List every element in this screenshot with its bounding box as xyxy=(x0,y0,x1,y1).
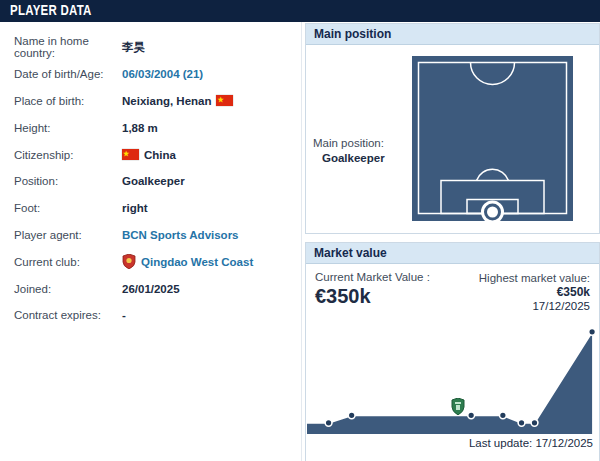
value-link[interactable]: Qingdao West Coast xyxy=(141,256,253,268)
current-market-value-block: Current Market Value : €350k xyxy=(315,271,430,313)
last-update-date: 17/12/2025 xyxy=(535,437,593,449)
main-position-body: Main position: Goalkeeper xyxy=(306,45,599,233)
field-label: Joined: xyxy=(14,283,122,295)
highest-market-value-date: 17/12/2025 xyxy=(479,299,590,313)
chart-data-point[interactable] xyxy=(589,328,595,335)
player-data-panel: Name in home country:李昊Date of birth/Age… xyxy=(0,22,302,461)
right-column: Main position Main position: Goalkeeper xyxy=(305,23,600,461)
value-text: Goalkeeper xyxy=(122,175,185,187)
value-link[interactable]: BCN Sports Advisors xyxy=(122,229,239,241)
field-value: Neixiang, Henan xyxy=(122,95,233,107)
china-flag-icon xyxy=(216,95,233,106)
main-position-header: Main position xyxy=(306,24,599,45)
highest-market-value-label: Highest market value: xyxy=(479,271,590,285)
chart-data-point[interactable] xyxy=(468,412,475,419)
player-data-row: Name in home country:李昊 xyxy=(0,34,301,61)
field-label: Date of birth/Age: xyxy=(14,68,122,80)
highest-market-value: €350k xyxy=(479,285,590,299)
pitch-graphic xyxy=(412,56,573,221)
value-text: right xyxy=(122,202,148,214)
field-label: Contract expires: xyxy=(14,309,122,321)
field-label: Citizenship: xyxy=(14,149,122,161)
current-market-value-label: Current Market Value : xyxy=(315,271,430,283)
field-label: Position: xyxy=(14,175,122,187)
player-data-row: Current club:Qingdao West Coast xyxy=(0,248,301,275)
field-value: 06/03/2004 (21) xyxy=(122,68,203,80)
player-data-row: Place of birth:Neixiang, Henan xyxy=(0,88,301,115)
player-data-row: Foot:right xyxy=(0,195,301,222)
topbar: PLAYER DATA xyxy=(0,0,600,22)
chart-data-point[interactable] xyxy=(531,419,538,426)
goalkeeper-position-marker xyxy=(483,202,503,221)
field-label: Place of birth: xyxy=(14,95,122,107)
field-label: Foot: xyxy=(14,202,122,214)
field-value: right xyxy=(122,202,148,214)
player-data-row: Joined:26/01/2025 xyxy=(0,275,301,302)
field-value: - xyxy=(122,309,126,321)
value-text: - xyxy=(122,309,126,321)
market-value-box: Market value Current Market Value : €350… xyxy=(305,242,600,461)
field-value: 李昊 xyxy=(122,40,145,55)
main-position-box: Main position Main position: Goalkeeper xyxy=(305,23,600,234)
player-data-row: Player agent:BCN Sports Advisors xyxy=(0,222,301,249)
player-rows: Name in home country:李昊Date of birth/Age… xyxy=(0,34,301,329)
value-text: Neixiang, Henan xyxy=(122,95,211,107)
club-crest-icon xyxy=(122,254,136,269)
chart-data-point[interactable] xyxy=(325,419,332,426)
field-label: Player agent: xyxy=(14,229,122,241)
chart-data-point[interactable] xyxy=(499,412,506,419)
main-position-label: Main position: xyxy=(313,137,385,149)
chart-data-point[interactable] xyxy=(348,412,355,419)
field-value: 26/01/2025 xyxy=(122,283,180,295)
main-position-value: Goalkeeper xyxy=(322,152,385,164)
market-value-header: Market value xyxy=(306,243,599,264)
market-value-chart[interactable] xyxy=(307,322,595,434)
field-value: China xyxy=(122,149,176,161)
main-position-label-block: Main position: Goalkeeper xyxy=(313,137,385,164)
field-label: Current club: xyxy=(14,256,122,268)
field-value: Goalkeeper xyxy=(122,175,185,187)
value-link[interactable]: 06/03/2004 (21) xyxy=(122,68,203,80)
market-value-summary: Current Market Value : €350k Highest mar… xyxy=(306,264,599,313)
player-data-row: Date of birth/Age:06/03/2004 (21) xyxy=(0,61,301,88)
player-data-row: Position:Goalkeeper xyxy=(0,168,301,195)
value-text: 26/01/2025 xyxy=(122,283,180,295)
player-data-row: Height:1,88 m xyxy=(0,114,301,141)
current-market-value: €350k xyxy=(315,285,430,308)
last-update-label: Last update: xyxy=(469,437,532,449)
china-flag-icon xyxy=(122,149,139,160)
field-value: BCN Sports Advisors xyxy=(122,229,239,241)
player-data-row: Contract expires:- xyxy=(0,302,301,329)
page-title: PLAYER DATA xyxy=(10,0,92,23)
field-label: Name in home country: xyxy=(14,35,122,59)
chart-data-point[interactable] xyxy=(518,419,525,426)
last-update: Last update: 17/12/2025 xyxy=(306,437,599,449)
market-value-chart-wrap xyxy=(307,322,595,434)
field-label: Height: xyxy=(14,122,122,134)
value-text: 1,88 m xyxy=(122,122,158,134)
highest-market-value-block: Highest market value: €350k 17/12/2025 xyxy=(479,271,590,313)
pitch-svg xyxy=(412,56,573,221)
value-text: 李昊 xyxy=(122,40,145,55)
field-value: 1,88 m xyxy=(122,122,158,134)
club-crest-marker-icon xyxy=(451,398,465,415)
player-data-row: Citizenship:China xyxy=(0,141,301,168)
field-value: Qingdao West Coast xyxy=(122,254,253,269)
value-text: China xyxy=(144,149,176,161)
